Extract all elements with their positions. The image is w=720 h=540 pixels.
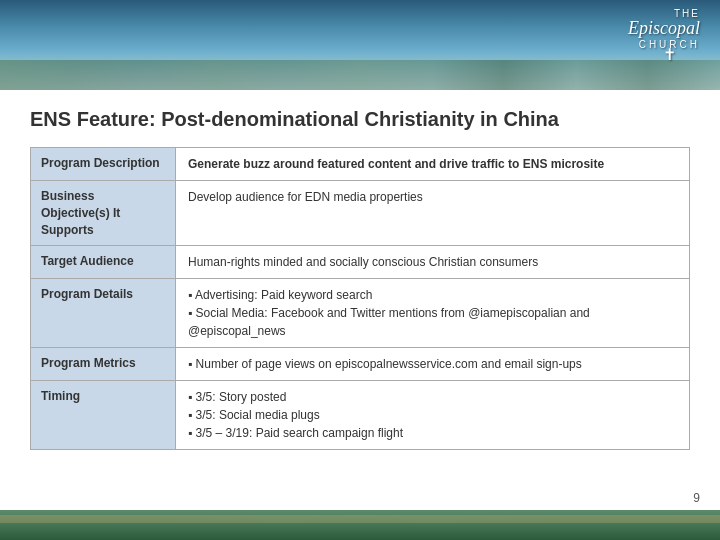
row-value: ▪ 3/5: Story posted▪ 3/5: Social media p… bbox=[176, 381, 690, 450]
row-value: ▪ Advertising: Paid keyword search▪ Soci… bbox=[176, 279, 690, 348]
table-row: Target AudienceHuman-rights minded and s… bbox=[31, 246, 690, 279]
row-label: Timing bbox=[31, 381, 176, 450]
info-table: Program DescriptionGenerate buzz around … bbox=[30, 147, 690, 450]
page-number: 9 bbox=[693, 491, 700, 505]
row-label: Business Objective(s) It Supports bbox=[31, 181, 176, 246]
row-label: Program Details bbox=[31, 279, 176, 348]
row-label: Program Metrics bbox=[31, 348, 176, 381]
top-banner: THE Episcopal CHURCH bbox=[0, 0, 720, 90]
row-label: Target Audience bbox=[31, 246, 176, 279]
row-value: Develop audience for EDN media propertie… bbox=[176, 181, 690, 246]
row-label: Program Description bbox=[31, 148, 176, 181]
table-row: Program Metrics▪ Number of page views on… bbox=[31, 348, 690, 381]
table-row: Timing▪ 3/5: Story posted▪ 3/5: Social m… bbox=[31, 381, 690, 450]
content-area: ENS Feature: Post-denominational Christi… bbox=[0, 90, 720, 470]
logo-episcopal: Episcopal bbox=[628, 19, 700, 39]
table-row: Program Details▪ Advertising: Paid keywo… bbox=[31, 279, 690, 348]
row-value: Generate buzz around featured content an… bbox=[176, 148, 690, 181]
bottom-banner bbox=[0, 510, 720, 540]
cross-icon bbox=[663, 45, 676, 64]
row-value: Human-rights minded and socially conscio… bbox=[176, 246, 690, 279]
logo-area: THE Episcopal CHURCH bbox=[628, 8, 700, 50]
row-value: ▪ Number of page views on episcopalnewss… bbox=[176, 348, 690, 381]
table-row: Business Objective(s) It SupportsDevelop… bbox=[31, 181, 690, 246]
page-title: ENS Feature: Post-denominational Christi… bbox=[30, 108, 690, 131]
table-row: Program DescriptionGenerate buzz around … bbox=[31, 148, 690, 181]
